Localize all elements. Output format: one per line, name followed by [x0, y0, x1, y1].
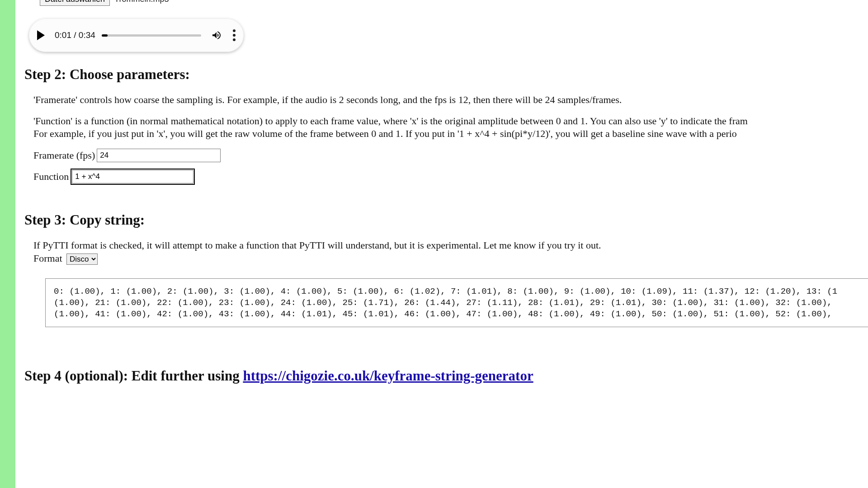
play-icon[interactable] — [37, 30, 45, 40]
fps-input[interactable] — [97, 149, 221, 162]
step4-heading-prefix: Step 4 (optional): Edit further using — [24, 368, 243, 384]
volume-icon[interactable] — [211, 30, 222, 41]
audio-player: 0:01 / 0:34 — [29, 19, 244, 52]
step2-heading: Step 2: Choose parameters: — [24, 66, 868, 83]
keyframe-generator-link[interactable]: https://chigozie.co.uk/keyframe-string-g… — [243, 368, 533, 384]
left-accent-stripe — [0, 0, 15, 488]
step2-para-framerate: 'Framerate' controls how coarse the samp… — [33, 94, 868, 107]
output-line-3: (1.00), 41: (1.00), 42: (1.00), 43: (1.0… — [54, 309, 832, 319]
step4-heading: Step 4 (optional): Edit further using ht… — [24, 368, 868, 384]
function-input[interactable] — [72, 170, 193, 183]
audio-seek-track[interactable] — [102, 34, 201, 37]
output-line-2: (1.00), 21: (1.00), 22: (1.00), 23: (1.0… — [54, 298, 832, 308]
file-chooser: Datei auswählen Trommeln.mp3 — [40, 0, 169, 6]
fps-label: Framerate (fps) — [33, 150, 95, 161]
more-options-icon[interactable] — [233, 29, 236, 41]
function-label: Function — [33, 171, 69, 183]
step2-para-function-2: For example, if you just put in 'x', you… — [33, 127, 868, 141]
audio-time-display: 0:01 / 0:34 — [55, 30, 95, 40]
format-select[interactable]: Disco — [66, 253, 98, 265]
output-string-box[interactable]: 0: (1.00), 1: (1.00), 2: (1.00), 3: (1.0… — [45, 278, 868, 327]
output-line-1: 0: (1.00), 1: (1.00), 2: (1.00), 3: (1.0… — [54, 286, 837, 296]
format-label: Format — [33, 253, 65, 264]
main-content: Datei auswählen Trommeln.mp3 0:01 / 0:34… — [24, 0, 868, 395]
step3-heading: Step 3: Copy string: — [24, 212, 868, 228]
chosen-filename: Trommeln.mp3 — [114, 0, 169, 4]
step3-para: If PyTTI format is checked, it will atte… — [33, 239, 868, 252]
step2-para-function-1: 'Function' is a function (in normal math… — [33, 115, 868, 128]
audio-seek-progress — [102, 34, 108, 37]
choose-file-button[interactable]: Datei auswählen — [40, 0, 110, 6]
